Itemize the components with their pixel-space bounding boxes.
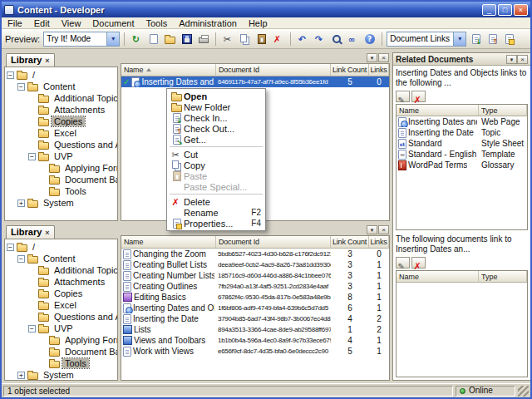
menu-item-properties[interactable]: Properties...F4 bbox=[169, 218, 264, 229]
column-header-document-id[interactable]: Document Id bbox=[216, 236, 331, 249]
tree-item-questions-and-assessments[interactable]: Questions and Assessments bbox=[5, 311, 117, 323]
row-changing-the-zoom[interactable]: Changing the Zoom5bdb6527-4023-4d30-b628… bbox=[121, 249, 389, 259]
find-button[interactable] bbox=[328, 31, 344, 47]
menu-item-check-in[interactable]: Check In... bbox=[169, 112, 264, 123]
properties-button[interactable] bbox=[501, 31, 517, 47]
menu-edit[interactable]: Edit bbox=[28, 17, 56, 29]
tree-item-additional-topics[interactable]: Additional Topics bbox=[5, 92, 117, 104]
minimize-button[interactable]: _ bbox=[482, 4, 496, 16]
check-in-button[interactable] bbox=[468, 31, 484, 47]
close-button[interactable]: × bbox=[514, 4, 528, 16]
row-inserting-the-date[interactable]: Inserting the DateTopic bbox=[397, 127, 527, 138]
row-wordpad-terms[interactable]: WordPad TermsGlossary bbox=[397, 160, 527, 170]
resize-grip[interactable] bbox=[518, 386, 529, 397]
document-links-combo[interactable]: Document Links bbox=[387, 32, 466, 47]
close-icon[interactable] bbox=[378, 53, 389, 62]
tree-item-tools[interactable]: Tools bbox=[5, 357, 117, 369]
chevron-down-icon[interactable] bbox=[106, 32, 119, 46]
menu-item-open[interactable]: Open bbox=[169, 91, 264, 101]
column-header-type[interactable]: Type bbox=[479, 271, 527, 283]
tree-item-[interactable]: / bbox=[5, 241, 117, 253]
menu-file[interactable]: File bbox=[2, 17, 28, 29]
cut-button[interactable] bbox=[220, 31, 236, 47]
row-inserting-dates-and-objects[interactable]: Inserting Dates and Objects1f6bf806-adf9… bbox=[121, 303, 389, 313]
tree-item-excel[interactable]: Excel bbox=[5, 299, 117, 311]
copy-button[interactable] bbox=[237, 31, 253, 47]
collapse-icon[interactable] bbox=[28, 153, 36, 160]
tree-item-document-basics[interactable]: Document Basics bbox=[5, 346, 117, 357]
row-inserting-dates-and-objects[interactable]: Inserting Dates and Objects6469117b-47a7… bbox=[121, 76, 389, 87]
tree-item-[interactable]: / bbox=[5, 69, 117, 81]
tree-item-uvp[interactable]: UVP bbox=[5, 323, 117, 334]
tree-item-attachments[interactable]: Attachments bbox=[5, 104, 117, 116]
save-button[interactable] bbox=[179, 31, 195, 47]
collapse-icon[interactable] bbox=[7, 71, 14, 79]
undo-button[interactable] bbox=[295, 31, 311, 47]
tree-item-copies[interactable]: Copies bbox=[5, 288, 117, 299]
close-icon[interactable] bbox=[517, 55, 528, 64]
column-header-link-count[interactable]: Link Count bbox=[331, 236, 369, 249]
tree-item-system[interactable]: System bbox=[5, 197, 117, 209]
menu-document[interactable]: Document bbox=[86, 17, 140, 29]
tree-item-questions-and-assessments[interactable]: Questions and Assessments bbox=[5, 139, 117, 150]
menu-item-delete[interactable]: Delete bbox=[169, 196, 264, 207]
tab-library[interactable]: Library bbox=[6, 53, 55, 66]
tree-item-system[interactable]: System bbox=[5, 369, 117, 381]
collapse-icon[interactable] bbox=[17, 83, 25, 91]
tree-item-applying-formatting[interactable]: Applying Formatting bbox=[5, 334, 117, 346]
menu-item-new-folder[interactable]: New Folder bbox=[169, 101, 264, 112]
tree-item-uvp[interactable]: UVP bbox=[5, 150, 117, 162]
column-header-name[interactable]: Name bbox=[121, 236, 216, 249]
menu-help[interactable]: Help bbox=[243, 17, 273, 29]
menu-item-paste-special[interactable]: Paste Special... bbox=[169, 181, 264, 192]
tab-library[interactable]: Library bbox=[6, 225, 55, 239]
column-header-type[interactable]: Type bbox=[479, 105, 527, 116]
remove-link-button[interactable] bbox=[411, 91, 426, 102]
close-icon[interactable] bbox=[378, 225, 389, 234]
row-standard-english[interactable]: Standard - EnglishTemplate bbox=[397, 149, 527, 160]
tree-item-excel[interactable]: Excel bbox=[5, 127, 117, 139]
tree-item-applying-formatting[interactable]: Applying Formatting bbox=[5, 162, 117, 174]
column-header-name[interactable]: Name bbox=[397, 271, 479, 283]
menu-item-check-out[interactable]: Check Out... bbox=[169, 123, 264, 134]
expand-icon[interactable] bbox=[17, 200, 25, 207]
column-header-link-count[interactable]: Link Count bbox=[331, 64, 369, 76]
refresh-button[interactable] bbox=[129, 31, 145, 47]
tree-item-content[interactable]: Content bbox=[5, 253, 117, 264]
column-header-document-id[interactable]: Document Id bbox=[216, 64, 331, 76]
menu-administration[interactable]: Administration bbox=[173, 17, 243, 29]
chevron-down-icon[interactable] bbox=[453, 32, 466, 46]
row-work-with-views[interactable]: Work with Viewse656f9cf-8dc7-4d35-bfa0-6… bbox=[121, 346, 389, 357]
column-header-links[interactable]: Links bbox=[369, 64, 389, 76]
check-out-button[interactable] bbox=[485, 31, 500, 47]
row-inserting-dates-and-objects[interactable]: Inserting Dates and ObjectsWeb Page bbox=[397, 116, 527, 127]
edit-link-button[interactable] bbox=[396, 91, 410, 102]
menu-item-get[interactable]: Get... bbox=[169, 134, 264, 145]
remove-link-button[interactable] bbox=[411, 257, 426, 268]
menu-tools[interactable]: Tools bbox=[140, 17, 174, 29]
row-lists[interactable]: Lists894a3513-3366-4cae-8de9-ab29588ff69… bbox=[121, 324, 389, 335]
paste-button[interactable] bbox=[254, 31, 269, 47]
row-creating-bullet-lists[interactable]: Creating Bullet Listsdeea9eef-0cb2-4ac9-… bbox=[121, 259, 389, 270]
tree-item-tools[interactable]: Tools bbox=[5, 185, 117, 197]
expand-icon[interactable] bbox=[17, 372, 25, 379]
edit-link-button[interactable] bbox=[396, 257, 410, 268]
column-header-links[interactable]: Links bbox=[369, 236, 389, 249]
delete-button[interactable] bbox=[270, 31, 286, 47]
open-button[interactable] bbox=[162, 31, 178, 47]
menu-item-rename[interactable]: RenameF2 bbox=[169, 207, 264, 218]
collapse-icon[interactable] bbox=[28, 325, 36, 332]
collapse-icon[interactable] bbox=[17, 255, 25, 263]
tree-item-document-basics[interactable]: Document Basics bbox=[5, 174, 117, 185]
print-button[interactable] bbox=[195, 31, 211, 47]
row-views-and-toolbars[interactable]: Views and Toolbars1b1b0b4a-596a-4ec0-8a9… bbox=[121, 335, 389, 346]
tree-item-attachments[interactable]: Attachments bbox=[5, 276, 117, 288]
preview-mode-combo[interactable]: Try It! Mode bbox=[43, 32, 120, 47]
row-creating-outlines[interactable]: Creating Outlines7fb294a0-a13f-4af5-9251… bbox=[121, 281, 389, 292]
menu-item-cut[interactable]: Cut bbox=[169, 149, 264, 160]
menu-item-copy[interactable]: Copy bbox=[169, 160, 264, 170]
collapse-icon[interactable] bbox=[7, 244, 14, 251]
column-header-name[interactable]: Name bbox=[397, 105, 479, 116]
close-icon[interactable] bbox=[45, 55, 49, 65]
row-creating-number-lists[interactable]: Creating Number Lists185716c9-d60d-446d-… bbox=[121, 270, 389, 281]
